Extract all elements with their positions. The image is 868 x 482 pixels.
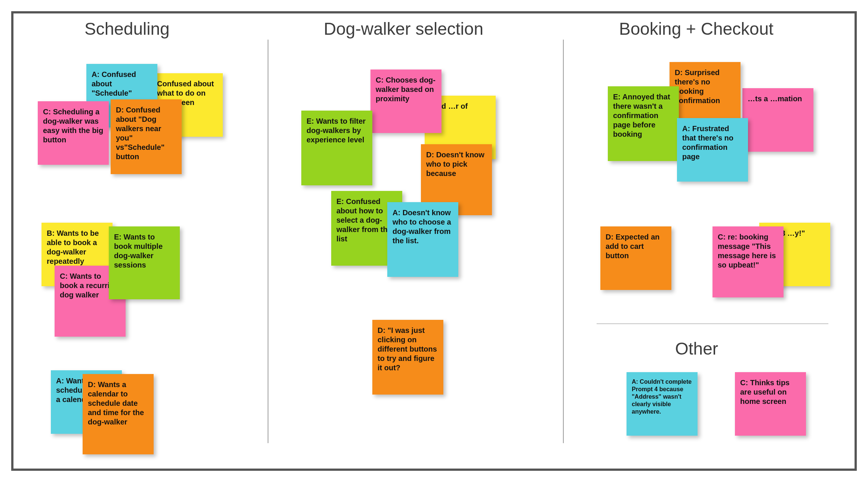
note-sel-a-dont-know[interactable]: A: Doesn't know who to choose a dog-walk… — [387, 202, 458, 277]
divider-1 — [268, 40, 268, 443]
note-sel-c-proximity[interactable]: C: Chooses dog-walker based on proximity — [370, 69, 441, 133]
note-bk-c-upbeat[interactable]: C: re: booking message "This message her… — [712, 226, 784, 297]
note-sch-d-calendar[interactable]: D: Wants a calendar to schedule date and… — [83, 374, 154, 454]
note-bk-d-surprised[interactable]: D: Surprised there's no booking confirma… — [670, 62, 741, 126]
note-other-c-tips[interactable]: C: Thinks tips are useful on home screen — [735, 372, 806, 436]
affinity-board: Scheduling Dog-walker selection Booking … — [11, 11, 857, 471]
section-title-scheduling: Scheduling — [84, 19, 170, 39]
note-sel-d-clicking[interactable]: D: "I was just clicking on different but… — [372, 320, 443, 395]
note-bk-pink-confirm[interactable]: …ts a …mation — [742, 88, 813, 152]
section-title-selection: Dog-walker selection — [324, 19, 483, 39]
board-container: Scheduling Dog-walker selection Booking … — [0, 0, 868, 482]
note-sch-d-confused-buttons[interactable]: D: Confused about "Dog walkers near you"… — [111, 99, 182, 174]
note-bk-e-annoyed[interactable]: E: Annoyed that there wasn't a confirmat… — [608, 86, 679, 161]
note-other-a-prompt4[interactable]: A: Couldn't complete Prompt 4 because "A… — [627, 372, 698, 436]
section-title-booking: Booking + Checkout — [619, 19, 773, 39]
divider-2 — [563, 40, 564, 443]
note-bk-a-frustrated[interactable]: A: Frustrated that there's no confirmati… — [677, 118, 748, 182]
divider-other — [597, 324, 828, 324]
note-sch-e-multi[interactable]: E: Wants to book multiple dog-walker ses… — [109, 226, 180, 299]
note-bk-d-add-cart[interactable]: D: Expected an add to cart button — [600, 226, 671, 290]
note-sel-e-filter[interactable]: E: Wants to filter dog-walkers by experi… — [301, 111, 372, 185]
note-sch-c-easy[interactable]: C: Scheduling a dog-walker was easy with… — [38, 101, 109, 165]
section-title-other: Other — [675, 339, 718, 359]
